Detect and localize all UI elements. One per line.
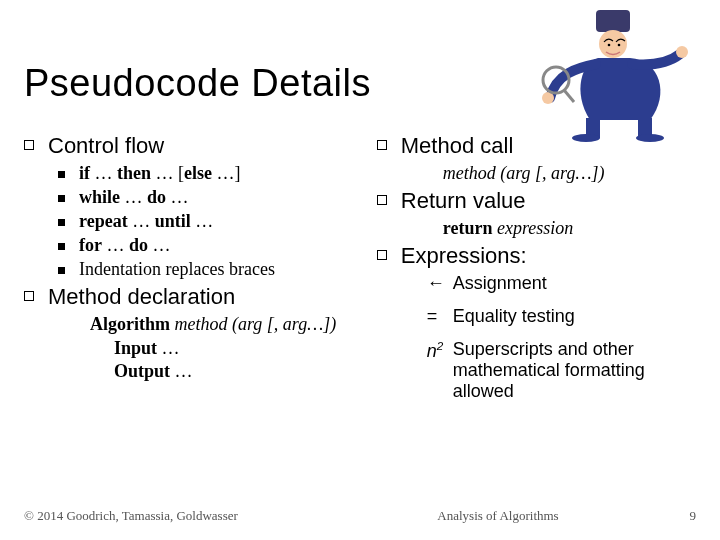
svg-point-6 bbox=[572, 134, 600, 142]
heading-text: Control flow bbox=[48, 133, 164, 159]
item-text: for … do … bbox=[79, 235, 171, 256]
svg-point-3 bbox=[618, 44, 621, 47]
page-number: 9 bbox=[656, 508, 696, 524]
item-text: Indentation replaces braces bbox=[79, 259, 275, 280]
svg-point-7 bbox=[636, 134, 664, 142]
heading-expressions: Expressions: bbox=[377, 243, 696, 269]
left-arrow-icon: ← bbox=[427, 273, 453, 294]
right-column: Method call method (arg [, arg…]) Return… bbox=[377, 129, 696, 406]
heading-text: Method call bbox=[401, 133, 514, 159]
item-text: while … do … bbox=[79, 187, 189, 208]
copyright: © 2014 Goodrich, Tamassia, Goldwasser bbox=[24, 508, 340, 524]
square-bullet-icon bbox=[24, 140, 34, 150]
expr-superscript: n2 Superscripts and other mathematical f… bbox=[427, 339, 696, 402]
inspector-illustration bbox=[520, 2, 700, 142]
svg-point-2 bbox=[608, 44, 611, 47]
item-text: repeat … until … bbox=[79, 211, 213, 232]
method-call-sig: method (arg [, arg…]) bbox=[443, 163, 696, 184]
svg-line-10 bbox=[564, 90, 574, 102]
slide: Pseudocode Details Control flow if … the… bbox=[0, 0, 720, 540]
heading-return: Return value bbox=[377, 188, 696, 214]
input-line: Input … bbox=[114, 338, 369, 359]
dot-bullet-icon bbox=[58, 195, 65, 202]
dot-bullet-icon bbox=[58, 219, 65, 226]
footer-title: Analysis of Algorithms bbox=[340, 508, 656, 524]
heading-text: Method declaration bbox=[48, 284, 235, 310]
return-line: return expression bbox=[443, 218, 696, 239]
heading-method-decl: Method declaration bbox=[24, 284, 369, 310]
output-line: Output … bbox=[114, 361, 369, 382]
content-columns: Control flow if … then … [else …] while … bbox=[24, 129, 696, 406]
dot-bullet-icon bbox=[58, 243, 65, 250]
square-bullet-icon bbox=[377, 140, 387, 150]
item-repeat: repeat … until … bbox=[58, 211, 369, 232]
svg-rect-0 bbox=[596, 10, 630, 32]
svg-point-11 bbox=[676, 46, 688, 58]
expr-equality: = Equality testing bbox=[427, 306, 696, 327]
dot-bullet-icon bbox=[58, 171, 65, 178]
dot-bullet-icon bbox=[58, 267, 65, 274]
footer: © 2014 Goodrich, Tamassia, Goldwasser An… bbox=[24, 508, 696, 524]
equals-icon: = bbox=[427, 306, 453, 327]
item-while: while … do … bbox=[58, 187, 369, 208]
item-text: if … then … [else …] bbox=[79, 163, 241, 184]
expr-assignment: ← Assignment bbox=[427, 273, 696, 294]
item-indent: Indentation replaces braces bbox=[58, 259, 369, 280]
heading-text: Expressions: bbox=[401, 243, 527, 269]
item-for: for … do … bbox=[58, 235, 369, 256]
square-bullet-icon bbox=[24, 291, 34, 301]
superscript-example: n2 bbox=[427, 339, 453, 362]
square-bullet-icon bbox=[377, 195, 387, 205]
heading-text: Return value bbox=[401, 188, 526, 214]
left-column: Control flow if … then … [else …] while … bbox=[24, 129, 369, 406]
item-if-then-else: if … then … [else …] bbox=[58, 163, 369, 184]
heading-control-flow: Control flow bbox=[24, 133, 369, 159]
algorithm-signature: Algorithm method (arg [, arg…]) bbox=[90, 314, 369, 335]
square-bullet-icon bbox=[377, 250, 387, 260]
